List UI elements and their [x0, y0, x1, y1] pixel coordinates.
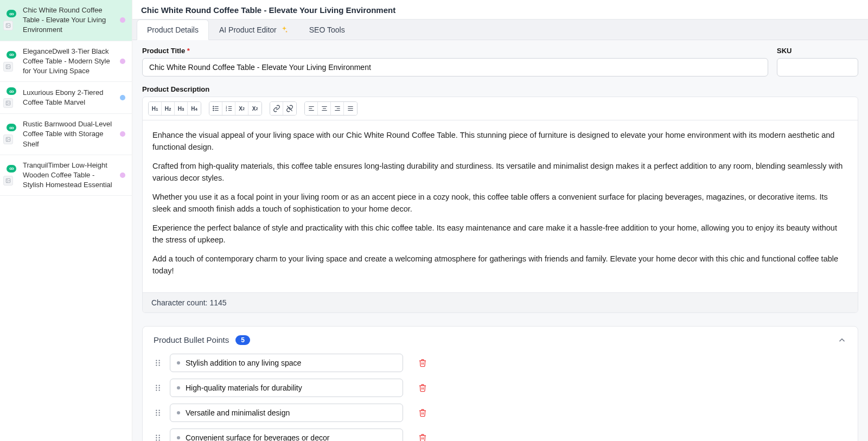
bullet-text-input[interactable]: [186, 408, 396, 417]
sidebar-item-1[interactable]: co EleganceDwell 3-Tier Black Coffee Tab…: [0, 41, 132, 82]
sidebar-item-2[interactable]: co Luxurious Ebony 2-Tiered Coffee Table…: [0, 82, 132, 114]
bullet-text-input[interactable]: [186, 384, 396, 392]
unlink-btn[interactable]: [283, 102, 296, 115]
status-badge-icon: co: [7, 165, 16, 172]
bullet-row: [154, 429, 847, 441]
sidebar-item-4[interactable]: co TranquilTimber Low-Height Wooden Coff…: [0, 155, 132, 196]
h3-btn[interactable]: H3: [175, 102, 188, 115]
bullet-dot-icon: [177, 361, 180, 365]
svg-point-52: [158, 414, 159, 416]
bullet-input[interactable]: [170, 404, 403, 422]
trash-icon: [418, 433, 427, 441]
bullet-list-btn[interactable]: [209, 102, 222, 115]
tabs-bar: Product DetailsAI Product EditorSEO Tool…: [132, 20, 868, 40]
svg-point-43: [156, 387, 157, 388]
status-dot-icon: [120, 17, 125, 23]
sidebar-item-3[interactable]: co Rustic Barnwood Dual-Level Coffee Tab…: [0, 114, 132, 155]
bullet-text-input[interactable]: [186, 359, 396, 367]
tab-label: AI Product Editor: [219, 25, 277, 34]
svg-point-53: [156, 434, 157, 436]
sidebar-item-title: EleganceDwell 3-Tier Black Coffee Table …: [23, 47, 116, 76]
status-dot-icon: [120, 131, 125, 137]
sidebar-item-title: Luxurious Ebony 2-Tiered Coffee Table Ma…: [23, 88, 116, 107]
sidebar-item-title: Chic White Round Coffee Table - Elevate …: [23, 5, 116, 35]
drag-handle-icon[interactable]: [154, 384, 162, 392]
description-label: Product Description: [142, 85, 858, 93]
svg-point-57: [156, 439, 157, 440]
image-placeholder-icon: [3, 21, 13, 30]
trash-icon: [418, 359, 427, 367]
bullet-text-input[interactable]: [186, 433, 396, 441]
subscript-btn[interactable]: X2: [235, 102, 248, 115]
product-title-input[interactable]: [142, 58, 768, 76]
tab-product-details[interactable]: Product Details: [137, 20, 209, 40]
description-paragraph: Crafted from high-quality materials, thi…: [152, 160, 848, 184]
delete-bullet-button[interactable]: [415, 430, 430, 441]
page-title: Chic White Round Coffee Table - Elevate …: [141, 5, 859, 15]
bullet-row: [154, 379, 847, 397]
required-asterisk: *: [187, 47, 190, 55]
svg-point-48: [158, 410, 159, 411]
svg-point-58: [158, 439, 159, 440]
tab-label: Product Details: [147, 25, 199, 34]
h2-btn[interactable]: H2: [162, 102, 175, 115]
svg-point-13: [213, 106, 213, 107]
bullet-points-title: Product Bullet Points: [154, 335, 229, 344]
svg-point-51: [156, 414, 157, 416]
svg-point-40: [158, 365, 159, 366]
sku-input[interactable]: [777, 58, 858, 76]
svg-point-7: [7, 139, 8, 139]
drag-handle-icon[interactable]: [154, 434, 162, 441]
description-paragraph: Experience the perfect balance of style …: [152, 222, 848, 246]
svg-point-56: [158, 437, 159, 438]
character-count: Character count: 1145: [143, 292, 858, 312]
sidebar-item-0[interactable]: co Chic White Round Coffee Table - Eleva…: [0, 0, 132, 41]
delete-bullet-button[interactable]: [415, 405, 430, 420]
product-sidebar: co Chic White Round Coffee Table - Eleva…: [0, 0, 132, 441]
svg-point-5: [7, 102, 8, 103]
image-placeholder-icon: [3, 176, 13, 186]
image-placeholder-icon: [3, 62, 13, 72]
bullet-dot-icon: [177, 386, 180, 389]
trash-icon: [418, 408, 427, 417]
superscript-btn[interactable]: X2: [248, 102, 261, 115]
align-right-btn[interactable]: [331, 102, 344, 115]
svg-point-55: [156, 437, 157, 438]
h1-btn[interactable]: H1: [149, 102, 162, 115]
svg-point-49: [156, 412, 157, 413]
sparkle-icon: [280, 25, 289, 34]
drag-handle-icon[interactable]: [154, 359, 162, 367]
bullet-input[interactable]: [170, 429, 403, 441]
delete-bullet-button[interactable]: [415, 355, 430, 370]
svg-point-38: [158, 362, 159, 363]
sidebar-item-icons: co: [7, 87, 16, 108]
description-body[interactable]: Enhance the visual appeal of your living…: [143, 120, 858, 292]
bullet-points-panel: Product Bullet Points 5: [142, 326, 858, 441]
status-dot-icon: [120, 172, 125, 178]
align-left-btn[interactable]: [305, 102, 318, 115]
h4-btn[interactable]: H4: [188, 102, 201, 115]
sidebar-item-title: TranquilTimber Low-Height Wooden Coffee …: [23, 161, 116, 190]
bullet-dot-icon: [177, 411, 180, 414]
bullet-dot-icon: [177, 436, 180, 439]
bullet-input[interactable]: [170, 379, 403, 397]
link-btn[interactable]: [270, 102, 283, 115]
align-center-btn[interactable]: [318, 102, 331, 115]
image-placeholder-icon: [3, 135, 13, 144]
bullet-points-count: 5: [235, 335, 250, 345]
drag-handle-icon[interactable]: [154, 409, 162, 417]
ordered-list-btn[interactable]: 123: [222, 102, 235, 115]
description-paragraph: Whether you use it as a focal point in y…: [152, 191, 848, 215]
bullet-input[interactable]: [170, 354, 403, 372]
description-paragraph: Add a touch of contemporary charm to you…: [152, 253, 848, 277]
tab-seo-tools[interactable]: SEO Tools: [299, 20, 355, 40]
svg-point-41: [156, 385, 157, 386]
tab-ai-product-editor[interactable]: AI Product Editor: [209, 20, 299, 40]
svg-point-39: [156, 365, 157, 366]
bullet-points-header[interactable]: Product Bullet Points 5: [143, 327, 858, 354]
delete-bullet-button[interactable]: [415, 380, 430, 395]
svg-point-50: [158, 412, 159, 413]
svg-point-42: [158, 385, 159, 386]
svg-text:3: 3: [226, 110, 227, 112]
align-justify-btn[interactable]: [344, 102, 357, 115]
